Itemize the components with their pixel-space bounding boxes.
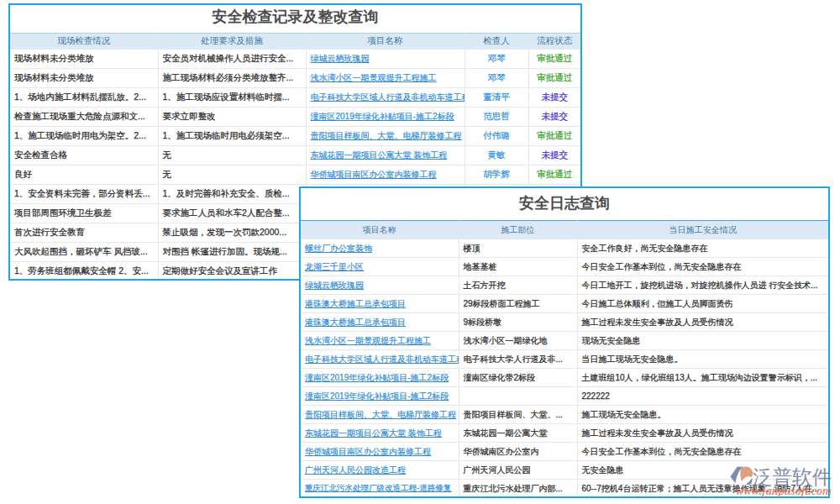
svg-text:www.fanpusoft.com: www.fanpusoft.com — [736, 485, 832, 497]
